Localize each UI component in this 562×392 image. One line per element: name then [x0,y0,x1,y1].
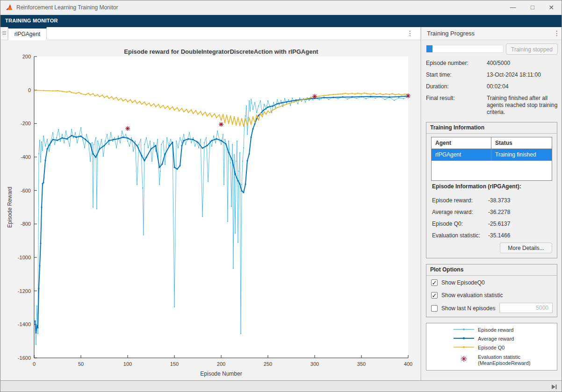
agents-table: Agent Status rlPGAgent Training finished [431,137,552,181]
chart-legend: Episode reward Average reward Episode Q0… [426,323,557,371]
final-result-value: Training finished after all agents reach… [487,95,559,116]
legend-label: Evaluation statistic(MeanEpisodeReward) [478,354,531,366]
close-button[interactable]: ✕ [542,0,561,14]
plot-options-title: Plot Options [426,264,557,276]
table-header-agent: Agent [432,137,491,149]
episode-reward-line-icon [454,327,474,332]
y-tick-label: -600 [21,188,31,193]
y-tick-label: -800 [21,221,31,227]
episode-q0-value: -25.6137 [488,221,510,227]
titlebar: Reinforcement Learning Training Monitor … [0,0,562,14]
average-reward-line-icon [454,335,474,341]
legend-item-episode-reward: Episode reward [426,326,557,335]
x-tick-label: 50 [78,361,84,367]
evaluation-statistic-value: -35.1466 [488,232,510,239]
episode-number-label: Episode number: [426,60,468,66]
y-tick-label: -400 [21,154,31,160]
average-reward-label: Average reward: [432,209,473,215]
show-episodeq0-label: Show EpisodeQ0 [441,279,485,286]
legend-label: Episode reward [478,327,513,333]
training-chart: Episode reward for DoubleIntegratorDiscr… [0,40,420,380]
start-time-label: Start time: [426,71,452,78]
x-tick-label: 200 [217,361,225,367]
duration-value: 00:02:04 [487,83,559,90]
evaluation-statistic-label: Evaluation statistic: [432,232,480,239]
legend-label: Average reward [478,336,514,342]
table-header-status: Status [491,137,552,149]
progress-fill [426,45,432,52]
tab-label: rlPGAgent [8,31,46,37]
window-title: Reinforcement Learning Training Monitor [16,4,118,11]
episode-number-value: 400/5000 [487,60,559,67]
evaluation-statistic-asterisk-icon [454,355,474,363]
y-tick-label: -200 [21,121,31,126]
episode-information-title: Episode Information (rlPGAgent): [432,183,521,190]
legend-item-episode-q0: Episode Q0 [426,344,557,352]
panel-title: Training Progress [427,30,475,37]
document-menu-icon[interactable]: ⋮ [406,29,414,37]
episode-reward-value: -38.3733 [488,197,510,204]
x-tick-label: 350 [357,361,366,367]
y-tick-label: -1000 [18,255,31,260]
y-tick-label: 200 [22,54,31,59]
plot-area [34,57,408,358]
duration-label: Duration: [426,83,449,90]
drag-handle-icon[interactable] [0,27,8,40]
x-tick-label: 400 [404,361,412,367]
show-episodeq0-checkbox[interactable] [431,279,438,286]
table-header-row: Agent Status [432,137,552,149]
bottom-statusbar [0,380,562,392]
training-progress-panel: Training stopped Episode number: 400/500… [422,40,562,380]
tab-rlpgagent[interactable]: rlPGAgent [8,27,47,40]
minimize-button[interactable]: — [504,0,522,14]
start-time-value: 13-Oct-2024 18:11:00 [487,71,559,78]
agent-status-cell: Training finished [491,149,552,161]
last-n-episodes-input[interactable] [499,303,553,313]
training-stopped-button[interactable]: Training stopped [506,43,558,55]
y-tick-label: -1200 [18,288,31,294]
x-tick-label: 150 [170,361,179,367]
episode-q0-label: Episode Q0: [432,221,463,227]
chart-title: Episode reward for DoubleIntegratorDiscr… [124,48,318,55]
y-axis-label: Episode Reward [7,186,13,228]
x-tick-label: 300 [310,361,319,367]
y-tick-label: -1400 [18,321,31,327]
y-tick-label: -1600 [18,355,31,361]
training-progress-header: Training Progress ⋮ [422,27,562,40]
chart-panel: Episode reward for DoubleIntegratorDiscr… [0,40,420,380]
x-tick-label: 250 [264,361,272,367]
app-window: Reinforcement Learning Training Monitor … [0,0,562,392]
show-last-n-episodes-label: Show last N episodes [441,305,495,312]
average-reward-value: -36.2278 [488,209,510,215]
panel-menu-icon[interactable]: ⋮ [553,29,561,37]
episode-reward-label: Episode reward: [432,197,473,204]
maximize-button[interactable]: □ [523,0,542,14]
show-evaluation-statistic-label: Show evaluation statistic [441,292,503,299]
more-details-button[interactable]: More Details... [500,242,552,253]
legend-label: Episode Q0 [478,345,504,351]
show-evaluation-statistic-checkbox[interactable] [431,292,438,299]
training-information-panel: Training Information Agent Status rlPGAg… [426,122,557,258]
training-information-title: Training Information [426,122,557,134]
final-result-label: Final result: [426,95,455,101]
expand-panel-icon[interactable] [550,383,558,391]
x-axis-label: Episode Number [200,371,242,377]
document-tab-strip: rlPGAgent ⋮ [0,27,420,40]
legend-item-average-reward: Average reward [426,335,557,343]
plot-options-panel: Plot Options Show EpisodeQ0 Show evaluat… [426,264,557,317]
show-last-n-episodes-checkbox[interactable] [431,305,438,312]
agent-name-cell: rlPGAgent [432,149,491,161]
matlab-logo-icon [6,4,14,12]
ribbon-tab-label[interactable]: TRAINING MONITOR [5,18,58,23]
y-tick-label: 0 [28,87,31,93]
legend-item-evaluation-statistic: Evaluation statistic(MeanEpisodeReward) [426,353,557,367]
x-tick-label: 100 [123,361,132,367]
x-tick-label: 0 [33,361,36,367]
table-row[interactable]: rlPGAgent Training finished [432,149,552,161]
episode-q0-line-icon [454,344,474,350]
toolstrip-ribbon: TRAINING MONITOR [0,15,562,27]
progress-bar [426,45,504,53]
